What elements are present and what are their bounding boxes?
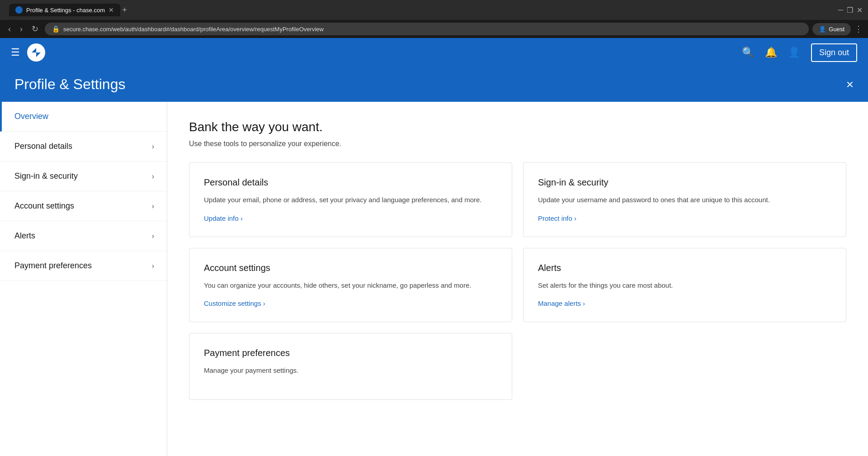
alerts-card-title: Alerts — [538, 263, 831, 273]
personal-details-card-desc: Update your email, phone or address, set… — [204, 195, 497, 205]
sidebar-personal-details-label: Personal details — [14, 142, 72, 151]
minimize-button[interactable]: ─ — [838, 6, 843, 14]
payment-preferences-card-title: Payment preferences — [204, 348, 497, 358]
personal-details-card-title: Personal details — [204, 177, 497, 188]
sidebar-item-account-settings[interactable]: Account settings › — [0, 191, 167, 221]
content-subheading: Use these tools to personalize your expe… — [189, 140, 846, 148]
active-tab[interactable]: Profile & Settings - chase.com ✕ — [9, 4, 120, 16]
forward-button[interactable]: › — [17, 24, 25, 35]
lock-icon: 🔒 — [52, 25, 60, 33]
sidebar-account-settings-label: Account settings — [14, 201, 74, 211]
page-header: Profile & Settings × — [0, 67, 868, 102]
app-header: ☰ 🔍 🔔 👤 Sign out — [0, 38, 868, 67]
profile-label: Guest — [829, 26, 844, 33]
sign-out-button[interactable]: Sign out — [811, 43, 857, 62]
personal-details-card: Personal details Update your email, phon… — [189, 162, 512, 237]
personal-details-update-link[interactable]: Update info › — [204, 214, 497, 222]
close-window-button[interactable]: ✕ — [857, 6, 863, 14]
chevron-right-icon: › — [152, 262, 154, 270]
sidebar-sign-in-security-label: Sign-in & security — [14, 171, 78, 181]
link-chevron-icon: › — [263, 299, 265, 307]
reload-button[interactable]: ↻ — [29, 23, 41, 35]
tab-favicon — [15, 6, 23, 14]
address-bar-row: ‹ › ↻ 🔒 secure.chase.com/web/auth/dashbo… — [0, 20, 868, 38]
profile-button[interactable]: 👤 Guest — [812, 23, 851, 35]
chase-logo — [27, 43, 45, 62]
link-chevron-icon: › — [574, 214, 576, 222]
close-page-button[interactable]: × — [846, 77, 854, 92]
profile-icon-button[interactable]: 👤 — [788, 47, 800, 58]
content-heading: Bank the way you want. — [189, 120, 846, 134]
cards-grid: Personal details Update your email, phon… — [189, 162, 846, 400]
content-area: Bank the way you want. Use these tools t… — [167, 102, 868, 456]
sidebar-payment-preferences-label: Payment preferences — [14, 261, 92, 271]
account-settings-card: Account settings You can organize your a… — [189, 248, 512, 323]
window-controls: ─ ❒ ✕ — [838, 6, 863, 14]
address-bar[interactable]: 🔒 secure.chase.com/web/auth/dashboard#/d… — [45, 23, 809, 35]
tab-title: Profile & Settings - chase.com — [26, 7, 105, 14]
sidebar-item-payment-preferences[interactable]: Payment preferences › — [0, 251, 167, 281]
chevron-right-icon: › — [152, 202, 154, 210]
sidebar-item-overview[interactable]: Overview — [0, 102, 167, 132]
sidebar-alerts-label: Alerts — [14, 231, 35, 241]
url-text: secure.chase.com/web/auth/dashboard#/das… — [63, 26, 324, 33]
alerts-card-desc: Set alerts for the things you care most … — [538, 280, 831, 291]
profile-icon: 👤 — [819, 26, 826, 33]
sidebar-item-sign-in-security[interactable]: Sign-in & security › — [0, 162, 167, 191]
notifications-button[interactable]: 🔔 — [765, 47, 777, 58]
maximize-button[interactable]: ❒ — [847, 6, 853, 14]
sidebar-item-personal-details[interactable]: Personal details › — [0, 132, 167, 162]
main-layout: Overview Personal details › Sign-in & se… — [0, 102, 868, 456]
alerts-card: Alerts Set alerts for the things you car… — [523, 248, 846, 323]
account-settings-card-title: Account settings — [204, 263, 497, 273]
hamburger-button[interactable]: ☰ — [11, 47, 20, 58]
payment-preferences-card-desc: Manage your payment settings. — [204, 366, 497, 376]
sidebar-overview-label: Overview — [14, 112, 48, 121]
tab-close-button[interactable]: ✕ — [108, 6, 114, 14]
sidebar-item-alerts[interactable]: Alerts › — [0, 221, 167, 251]
sidebar: Overview Personal details › Sign-in & se… — [0, 102, 167, 456]
link-chevron-icon: › — [241, 214, 243, 222]
more-options-button[interactable]: ⋮ — [854, 24, 863, 34]
header-actions: 🔍 🔔 👤 Sign out — [742, 43, 857, 62]
tab-bar: Profile & Settings - chase.com ✕ + — [9, 4, 835, 16]
chevron-right-icon: › — [152, 232, 154, 240]
sign-in-security-card-desc: Update your username and password to one… — [538, 195, 831, 205]
account-settings-customize-link[interactable]: Customize settings › — [204, 299, 497, 307]
chevron-right-icon: › — [152, 142, 154, 151]
page-title: Profile & Settings — [14, 76, 125, 93]
search-button[interactable]: 🔍 — [742, 47, 754, 58]
sign-in-security-card: Sign-in & security Update your username … — [523, 162, 846, 237]
link-chevron-icon: › — [583, 299, 585, 307]
payment-preferences-card: Payment preferences Manage your payment … — [189, 333, 512, 400]
new-tab-button[interactable]: + — [122, 5, 127, 15]
alerts-manage-link[interactable]: Manage alerts › — [538, 299, 831, 307]
account-settings-card-desc: You can organize your accounts, hide oth… — [204, 280, 497, 291]
back-button[interactable]: ‹ — [5, 24, 14, 35]
browser-chrome: Profile & Settings - chase.com ✕ + ─ ❒ ✕ — [0, 0, 868, 20]
sign-in-security-protect-link[interactable]: Protect info › — [538, 214, 831, 222]
chevron-right-icon: › — [152, 172, 154, 180]
sign-in-security-card-title: Sign-in & security — [538, 177, 831, 188]
